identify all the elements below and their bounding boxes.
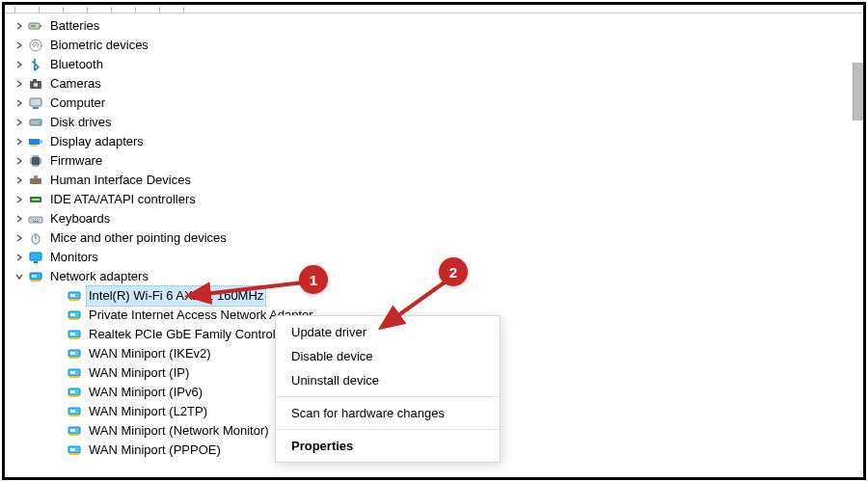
svg-rect-64	[70, 410, 75, 413]
chevron-right-icon[interactable]	[13, 19, 26, 33]
menu-item-disable-device[interactable]: Disable device	[276, 344, 500, 368]
svg-rect-47	[69, 299, 79, 301]
svg-rect-67	[70, 429, 75, 432]
tree-node-label: Firmware	[47, 150, 105, 172]
vertical-scrollbar[interactable]	[853, 63, 863, 120]
svg-rect-59	[69, 376, 79, 378]
svg-rect-37	[33, 221, 39, 222]
chevron-right-icon[interactable]	[13, 212, 26, 226]
toolbar	[5, 5, 863, 13]
svg-rect-68	[69, 434, 79, 436]
tree-node-label: IDE ATA/ATAPI controllers	[47, 189, 199, 210]
tree-node-disk-drives[interactable]: Disk drives	[13, 113, 553, 132]
tree-node-label: WAN Miniport (L2TP)	[86, 401, 210, 422]
chevron-right-icon[interactable]	[13, 231, 26, 245]
nic-icon	[67, 346, 82, 362]
battery-icon	[28, 18, 43, 34]
svg-rect-61	[70, 390, 75, 393]
tree-node-label: WAN Miniport (IKEv2)	[86, 343, 214, 364]
chevron-right-icon[interactable]	[13, 39, 26, 52]
tree-node-label: Computer	[47, 93, 108, 114]
svg-rect-49	[70, 313, 75, 316]
chevron-right-icon[interactable]	[13, 116, 26, 129]
tree-node-label: Keyboards	[47, 208, 113, 229]
menu-item-properties[interactable]: Properties	[276, 434, 500, 458]
svg-rect-52	[70, 333, 75, 335]
svg-rect-65	[69, 415, 79, 416]
tree-node-cameras[interactable]: Cameras	[13, 74, 553, 94]
nic-icon	[67, 404, 82, 419]
svg-rect-40	[30, 253, 41, 260]
svg-rect-35	[37, 219, 38, 220]
monitor-icon	[28, 250, 43, 265]
svg-rect-1	[40, 25, 41, 27]
chevron-right-icon[interactable]	[13, 58, 26, 71]
fingerprint-icon	[28, 38, 43, 53]
device-manager-window: BatteriesBiometric devicesBluetoothCamer…	[2, 2, 866, 480]
ide-icon	[28, 192, 43, 207]
svg-rect-43	[32, 275, 37, 278]
nic-icon	[67, 288, 82, 304]
chevron-right-icon[interactable]	[13, 77, 26, 91]
svg-rect-70	[70, 448, 75, 451]
tree-node-firmware[interactable]: Firmware	[13, 151, 553, 171]
svg-rect-14	[32, 157, 40, 165]
nic-icon	[67, 327, 82, 342]
tree-node-label: Bluetooth	[47, 54, 106, 75]
tree-node-display-adapters[interactable]: Display adapters	[13, 132, 553, 151]
svg-rect-46	[70, 294, 75, 297]
nic-icon	[67, 365, 82, 381]
svg-rect-71	[69, 453, 79, 455]
svg-rect-44	[31, 280, 41, 281]
computer-icon	[28, 95, 43, 111]
tree-node-computer[interactable]: Computer	[13, 94, 553, 113]
bluetooth-icon	[28, 57, 43, 72]
tree-node-label: Biometric devices	[47, 35, 151, 56]
chevron-right-icon[interactable]	[13, 193, 26, 206]
svg-rect-56	[69, 357, 79, 359]
nic-icon	[67, 308, 82, 323]
tree-node-hid[interactable]: Human Interface Devices	[13, 171, 553, 190]
annotation-badge-2: 2	[439, 257, 468, 286]
tree-node-biometric[interactable]: Biometric devices	[13, 36, 553, 55]
tree-node-batteries[interactable]: Batteries	[13, 16, 553, 36]
chevron-down-icon[interactable]	[13, 270, 26, 283]
menu-item-update-driver[interactable]: Update driver	[276, 320, 500, 344]
tree-node-label: Disk drives	[47, 112, 115, 133]
svg-rect-12	[40, 140, 42, 144]
svg-rect-7	[30, 98, 41, 106]
nic-icon	[67, 423, 82, 439]
chevron-right-icon[interactable]	[13, 174, 26, 187]
chevron-right-icon[interactable]	[13, 96, 26, 110]
mouse-icon	[28, 230, 43, 246]
menu-item-uninstall-device[interactable]: Uninstall device	[276, 368, 500, 392]
chip-icon	[28, 153, 43, 169]
chevron-right-icon[interactable]	[13, 251, 26, 264]
tree-node-mice[interactable]: Mice and other pointing devices	[13, 228, 553, 248]
tree-node-network-adapters[interactable]: Network adapters	[13, 267, 553, 286]
chevron-right-icon[interactable]	[13, 135, 26, 148]
network-adapter-icon	[28, 269, 43, 284]
menu-item-scan-hardware[interactable]: Scan for hardware changes	[276, 401, 500, 425]
svg-rect-34	[35, 219, 36, 220]
svg-point-5	[34, 83, 39, 88]
tree-node-label: Realtek PCIe GbE Family Controller	[86, 324, 292, 345]
svg-rect-53	[69, 337, 79, 339]
svg-rect-62	[69, 395, 79, 397]
tree-node-label: Network adapters	[47, 266, 151, 287]
annotation-badge-1: 1	[299, 265, 328, 294]
tree-node-label: Intel(R) Wi-Fi 6 AX201 160MHz	[86, 285, 266, 307]
tree-node-label: WAN Miniport (Network Monitor)	[86, 420, 272, 442]
tree-node-label: WAN Miniport (IPv6)	[86, 382, 205, 403]
tree-node-ide[interactable]: IDE ATA/ATAPI controllers	[13, 190, 553, 209]
tree-node-label: Cameras	[47, 73, 104, 94]
tree-node-keyboards[interactable]: Keyboards	[13, 209, 553, 228]
tree-node-monitors[interactable]: Monitors	[13, 248, 553, 267]
hid-icon	[28, 173, 43, 188]
chevron-right-icon[interactable]	[13, 154, 26, 168]
svg-point-3	[30, 40, 41, 51]
svg-rect-2	[31, 25, 36, 27]
svg-rect-27	[30, 178, 41, 184]
tree-node-bluetooth[interactable]: Bluetooth	[13, 55, 553, 74]
device-context-menu[interactable]: Update driverDisable deviceUninstall dev…	[275, 315, 501, 463]
